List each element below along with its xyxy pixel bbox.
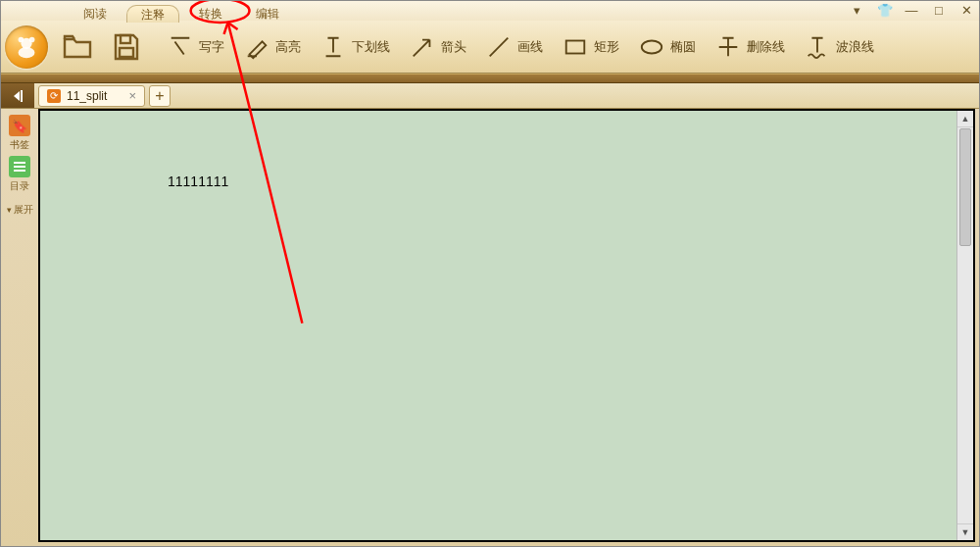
tool-strikethrough[interactable]: 删除线 bbox=[706, 34, 795, 60]
file-tab[interactable]: ⟳ 11_split × bbox=[38, 85, 145, 107]
sidebar-toc[interactable]: 目录 bbox=[5, 156, 34, 193]
tool-label: 椭圆 bbox=[670, 38, 696, 56]
triangle-left-icon bbox=[14, 91, 20, 101]
svg-point-7 bbox=[642, 40, 662, 53]
svg-point-2 bbox=[19, 36, 24, 42]
close-window-button[interactable]: ✕ bbox=[959, 3, 973, 18]
tool-label: 波浪线 bbox=[836, 38, 874, 56]
separator-strip bbox=[1, 74, 979, 83]
collapse-sidebar-button[interactable] bbox=[1, 83, 34, 108]
chevron-down-icon: ▾ bbox=[7, 205, 12, 215]
app-logo-icon[interactable] bbox=[5, 25, 48, 69]
scroll-thumb[interactable] bbox=[959, 128, 971, 246]
scroll-down-icon[interactable]: ▼ bbox=[957, 523, 973, 540]
menu-tab-convert[interactable]: 转换 bbox=[185, 5, 236, 23]
tool-wave[interactable]: 波浪线 bbox=[795, 34, 884, 60]
expand-label: 展开 bbox=[14, 203, 33, 217]
document-page[interactable]: 11111111 bbox=[40, 111, 956, 540]
tool-label: 下划线 bbox=[352, 38, 390, 56]
tool-ellipse[interactable]: 椭圆 bbox=[629, 34, 706, 60]
bar-icon bbox=[21, 90, 23, 102]
svg-point-1 bbox=[19, 47, 35, 58]
main-area: 🔖 书签 目录 ▾ 展开 11111111 ▲ ▼ bbox=[1, 109, 979, 546]
svg-point-3 bbox=[29, 36, 35, 42]
save-file-button[interactable] bbox=[109, 29, 144, 65]
vertical-scrollbar[interactable]: ▲ ▼ bbox=[956, 111, 973, 540]
file-tab-title: 11_split bbox=[67, 89, 107, 103]
maximize-button[interactable]: □ bbox=[932, 3, 946, 18]
open-file-button[interactable] bbox=[60, 29, 95, 65]
tool-arrow[interactable]: 箭头 bbox=[400, 34, 476, 60]
toolbar: 写字 高亮 下划线 箭头 画线 矩形 椭圆 删除线 波浪线 bbox=[1, 21, 979, 74]
skin-icon[interactable]: 👕 bbox=[877, 3, 891, 18]
main-menu-bar: 阅读 注释 转换 编辑 ▾ 👕 — □ ✕ bbox=[1, 1, 979, 21]
tool-line[interactable]: 画线 bbox=[476, 34, 553, 60]
tool-label: 箭头 bbox=[441, 38, 466, 56]
document-viewport: 11111111 ▲ ▼ bbox=[40, 111, 973, 540]
menu-tab-annotate[interactable]: 注释 bbox=[126, 5, 179, 23]
document-type-icon: ⟳ bbox=[47, 89, 61, 103]
tool-write[interactable]: 写字 bbox=[158, 34, 234, 60]
sidebar-expand[interactable]: ▾ 展开 bbox=[7, 203, 33, 217]
tool-underline[interactable]: 下划线 bbox=[311, 34, 400, 60]
file-tab-bar: ⟳ 11_split × + bbox=[1, 83, 979, 109]
tool-label: 矩形 bbox=[594, 38, 619, 56]
minimize-button[interactable]: — bbox=[905, 3, 918, 18]
tool-rect[interactable]: 矩形 bbox=[553, 34, 629, 60]
tool-label: 删除线 bbox=[747, 38, 785, 56]
svg-rect-6 bbox=[566, 40, 585, 53]
svg-rect-5 bbox=[120, 48, 133, 57]
tool-label: 写字 bbox=[199, 38, 224, 56]
menu-tab-read[interactable]: 阅读 bbox=[70, 5, 121, 23]
toc-icon bbox=[9, 156, 30, 177]
tool-highlight[interactable]: 高亮 bbox=[234, 34, 311, 60]
bookmark-icon: 🔖 bbox=[9, 115, 30, 136]
document-content-text: 11111111 bbox=[168, 174, 228, 189]
document-frame: 11111111 ▲ ▼ bbox=[38, 109, 975, 542]
menu-tab-edit[interactable]: 编辑 bbox=[242, 5, 293, 23]
window-controls: ▾ 👕 — □ ✕ bbox=[850, 3, 973, 18]
sidebar-label: 目录 bbox=[10, 179, 29, 193]
svg-rect-4 bbox=[121, 35, 130, 43]
tool-label: 高亮 bbox=[275, 38, 301, 56]
sidebar-label: 书签 bbox=[10, 138, 29, 152]
left-sidebar: 🔖 书签 目录 ▾ 展开 bbox=[1, 109, 38, 546]
options-dropdown-icon[interactable]: ▾ bbox=[850, 3, 863, 18]
scroll-up-icon[interactable]: ▲ bbox=[957, 111, 973, 127]
tool-label: 画线 bbox=[517, 38, 543, 56]
sidebar-bookmarks[interactable]: 🔖 书签 bbox=[5, 115, 34, 152]
new-tab-button[interactable]: + bbox=[149, 85, 171, 107]
close-tab-button[interactable]: × bbox=[128, 88, 136, 103]
